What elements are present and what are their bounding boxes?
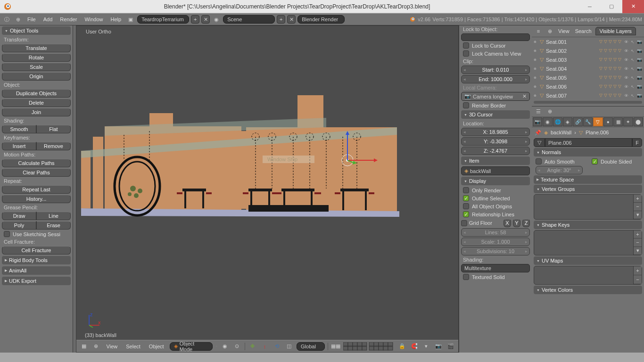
manipulator-translate-icon[interactable]: ↕ bbox=[260, 342, 270, 351]
local-camera-field[interactable]: 📷Camera longview✕ bbox=[461, 92, 530, 101]
maximize-button[interactable]: ▢ bbox=[601, 0, 622, 13]
grid-scale-field[interactable]: Scale: 1.000 bbox=[461, 238, 530, 246]
grid-subdivisions-field[interactable]: Subdivisions: 10 bbox=[461, 247, 530, 255]
outliner-scrollbar[interactable] bbox=[534, 101, 642, 104]
duplicate-button[interactable]: Duplicate Objects bbox=[2, 89, 71, 98]
menu-window[interactable]: Window bbox=[82, 16, 106, 23]
double-sided-checkbox[interactable]: Double Sided bbox=[588, 157, 644, 165]
editor-type-icon[interactable]: ⓘ bbox=[2, 15, 11, 24]
shape-keys-list[interactable]: +−▾ bbox=[534, 230, 642, 255]
manipulator-scale-icon[interactable]: ◫ bbox=[284, 342, 294, 351]
manipulator-toggle-icon[interactable]: ✥ bbox=[248, 342, 257, 351]
rigid-body-tools-header[interactable]: Rigid Body Tools bbox=[2, 256, 71, 264]
cursor-z-field[interactable]: Z: -2.4767 bbox=[461, 147, 530, 155]
item-name-field[interactable]: ◈backWall bbox=[461, 166, 530, 175]
outliner-row[interactable]: ⊕▽Seat.006▽▽▽▽▽👁↖📷 bbox=[532, 82, 644, 91]
sk-remove-button[interactable]: − bbox=[634, 239, 642, 247]
data-tab[interactable]: ▽ bbox=[593, 117, 603, 126]
cursor-x-field[interactable]: X: 18.9885 bbox=[461, 128, 530, 136]
manipulator-rotate-icon[interactable]: ⟲ bbox=[272, 342, 281, 351]
line-button[interactable]: Line bbox=[36, 212, 71, 220]
cursor-icon[interactable]: ↖ bbox=[630, 93, 636, 99]
3d-cursor-header[interactable]: 3D Cursor bbox=[461, 110, 530, 119]
camera-vis-icon[interactable]: 📷 bbox=[636, 75, 642, 81]
auto-smooth-checkbox[interactable]: Auto Smooth bbox=[532, 157, 588, 165]
lock-to-cursor-checkbox[interactable]: Lock to Cursor bbox=[459, 41, 532, 49]
data-name-field[interactable]: Plane.006 bbox=[545, 138, 632, 147]
outliner-row[interactable]: ⊕▽Seat.003▽▽▽▽▽👁↖📷 bbox=[532, 55, 644, 64]
menu-help[interactable]: Help bbox=[108, 16, 124, 23]
uv-maps-header[interactable]: UV Maps bbox=[534, 256, 642, 265]
outliner-editor-icon[interactable]: ≡ bbox=[534, 27, 543, 35]
snap-icon[interactable]: 🧲 bbox=[410, 342, 419, 351]
modifiers-tab[interactable]: 🔧 bbox=[583, 117, 593, 126]
screen-add-button[interactable]: + bbox=[191, 15, 199, 24]
render-border-checkbox[interactable]: Render Border bbox=[459, 101, 532, 109]
physics-tab[interactable]: ⬤ bbox=[634, 117, 643, 126]
textured-solid-checkbox[interactable]: Textured Solid bbox=[459, 273, 532, 281]
relationship-lines-checkbox[interactable]: Relationship Lines bbox=[459, 210, 532, 218]
render-animation-icon[interactable]: 🎬 bbox=[446, 342, 455, 351]
cursor-icon[interactable]: ↖ bbox=[630, 48, 636, 54]
render-preview-icon[interactable]: 📷 bbox=[434, 342, 443, 351]
scene-tab[interactable]: ◉ bbox=[543, 117, 552, 126]
smooth-button[interactable]: Smooth bbox=[2, 125, 36, 133]
animall-header[interactable]: AnimAll bbox=[2, 266, 71, 275]
render-engine-dropdown[interactable]: Blender Render bbox=[297, 15, 345, 24]
editor-type-3dview-icon[interactable]: ▦ bbox=[79, 342, 89, 351]
sk-menu-button[interactable]: ▾ bbox=[634, 247, 642, 255]
clear-paths-button[interactable]: Clear Paths bbox=[2, 168, 71, 177]
camera-vis-icon[interactable]: 📷 bbox=[636, 48, 642, 54]
grid-lines-field[interactable]: Lines: 58 bbox=[461, 228, 530, 237]
uv-maps-list[interactable]: +− bbox=[534, 266, 642, 285]
viewport-menu-select[interactable]: Select bbox=[123, 343, 143, 350]
props-editor-icon[interactable]: ☰ bbox=[534, 107, 543, 116]
material-tab[interactable]: ● bbox=[603, 117, 613, 126]
sk-add-button[interactable]: + bbox=[634, 230, 642, 239]
cursor-icon[interactable]: ↖ bbox=[630, 84, 636, 90]
calculate-paths-button[interactable]: Calculate Paths bbox=[2, 159, 71, 167]
remove-keyframe-button[interactable]: Remove bbox=[36, 142, 71, 150]
grid-floor-checkbox[interactable] bbox=[461, 220, 467, 226]
lock-object-field[interactable] bbox=[461, 33, 530, 41]
scene-add-button[interactable]: + bbox=[277, 15, 285, 24]
eye-icon[interactable]: 👁 bbox=[623, 84, 629, 90]
scale-button[interactable]: Scale bbox=[2, 63, 71, 71]
grid-z-button[interactable]: Z bbox=[522, 219, 530, 227]
texture-space-header[interactable]: Texture Space bbox=[534, 175, 642, 184]
item-header[interactable]: Item bbox=[461, 156, 530, 165]
cursor-y-field[interactable]: Y: -0.3098 bbox=[461, 137, 530, 146]
props-expand-icon[interactable]: ⊕ bbox=[545, 107, 554, 116]
delete-button[interactable]: Delete bbox=[2, 99, 71, 107]
menu-file[interactable]: File bbox=[25, 16, 39, 23]
eye-icon[interactable]: 👁 bbox=[623, 39, 629, 45]
shape-keys-header[interactable]: Shape Keys bbox=[534, 221, 642, 229]
outliner-filter-dropdown[interactable]: Visible Layers bbox=[595, 27, 636, 35]
view-expand-icon[interactable]: ⊕ bbox=[91, 342, 101, 351]
vg-remove-button[interactable]: − bbox=[634, 203, 642, 211]
constraints-tab[interactable]: 🔗 bbox=[573, 117, 582, 126]
draw-button[interactable]: Draw bbox=[2, 212, 36, 220]
vertex-groups-list[interactable]: +−▾ bbox=[534, 194, 642, 220]
outliner-expand-icon[interactable]: ⊕ bbox=[545, 27, 554, 35]
eye-icon[interactable]: 👁 bbox=[623, 57, 629, 63]
object-tools-header[interactable]: Object Tools bbox=[2, 26, 71, 35]
rotate-button[interactable]: Rotate bbox=[2, 53, 71, 62]
eye-icon[interactable]: 👁 bbox=[623, 48, 629, 54]
lock-camera-checkbox[interactable]: Lock Camera to View bbox=[459, 49, 532, 58]
snap-type-icon[interactable]: ▾ bbox=[422, 342, 431, 351]
camera-vis-icon[interactable]: 📷 bbox=[636, 66, 642, 72]
layers-icon[interactable]: ▦▦ bbox=[331, 342, 340, 351]
close-button[interactable]: ✕ bbox=[622, 0, 644, 13]
cursor-icon[interactable]: ↖ bbox=[630, 66, 636, 72]
display-header[interactable]: Display bbox=[461, 177, 530, 185]
screen-icon[interactable]: ▣ bbox=[126, 15, 135, 24]
3d-viewport[interactable]: User Ortho bbox=[76, 25, 459, 353]
texture-tab[interactable]: ▦ bbox=[613, 117, 623, 126]
camera-vis-icon[interactable]: 📷 bbox=[636, 57, 642, 63]
sketching-checkbox[interactable]: Use Sketching Sessi bbox=[0, 230, 73, 238]
outliner-row[interactable]: ⊕▽Seat.004▽▽▽▽▽👁↖📷 bbox=[532, 64, 644, 73]
flat-button[interactable]: Flat bbox=[36, 125, 71, 133]
shading-solid-icon[interactable]: ◉ bbox=[220, 342, 230, 351]
camera-vis-icon[interactable]: 📷 bbox=[636, 39, 642, 45]
